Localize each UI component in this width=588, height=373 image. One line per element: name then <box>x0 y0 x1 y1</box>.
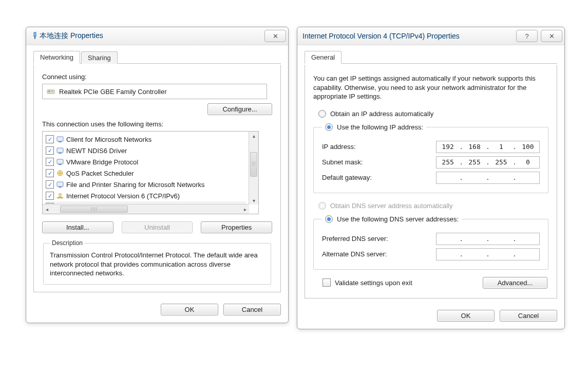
ip-separator: . <box>486 158 490 166</box>
ip-separator: . <box>459 250 463 258</box>
checkbox-icon[interactable]: ✓ <box>46 192 54 200</box>
titlebar[interactable]: Internet Protocol Version 4 (TCP/IPv4) P… <box>297 27 564 45</box>
items-listbox[interactable]: ✓Client for Microsoft Networks✓NEWT NDIS… <box>42 131 259 214</box>
list-item-label: QoS Packet Scheduler <box>66 170 134 177</box>
intro-text: You can get IP settings assigned automat… <box>313 74 548 101</box>
ip-address-field[interactable]: 192.168.1.100 <box>436 141 540 153</box>
ip-octet[interactable]: 168 <box>466 143 483 151</box>
properties-button[interactable]: Properties <box>201 221 272 233</box>
scroll-right-icon[interactable]: ▸ <box>241 205 249 213</box>
install-button[interactable]: Install... <box>42 221 113 233</box>
ok-button[interactable]: OK <box>437 310 495 322</box>
list-item[interactable]: ✓QoS Packet Scheduler <box>46 167 246 179</box>
close-button[interactable]: ✕ <box>264 30 286 42</box>
close-icon: ✕ <box>273 32 278 40</box>
default-gateway-field[interactable]: ... <box>436 172 540 184</box>
advanced-button[interactable]: Advanced... <box>483 277 547 289</box>
horizontal-scrollbar[interactable]: ◂ ▸ <box>43 204 249 214</box>
scrollbar-thumb[interactable] <box>250 152 257 177</box>
component-icon <box>56 169 64 177</box>
configure-button[interactable]: Configure... <box>207 103 272 115</box>
adapter-icon <box>31 32 40 40</box>
description-group: Description Transmission Control Protoco… <box>43 239 271 285</box>
checkbox-icon[interactable]: ✓ <box>46 146 54 155</box>
checkbox-icon[interactable]: ✓ <box>46 158 54 166</box>
tabstrip: General <box>305 50 557 64</box>
list-item-label: Internet Protocol Version 6 (TCP/IPv6) <box>66 192 180 200</box>
connection-properties-dialog: 本地连接 Properties ✕ Networking Sharing Con… <box>26 27 289 323</box>
tab-sharing[interactable]: Sharing <box>81 51 118 64</box>
cancel-button[interactable]: Cancel <box>500 310 557 322</box>
radio-icon <box>318 202 326 210</box>
connect-using-label: Connect using: <box>42 73 272 81</box>
svg-rect-13 <box>59 194 61 197</box>
networking-panel: Connect using: Realtek PCIe GBE Family C… <box>33 65 281 292</box>
default-gateway-label: Default gateway: <box>322 174 436 181</box>
ip-manual-group: Use the following IP address: IP address… <box>313 122 548 193</box>
ip-separator: . <box>513 235 517 243</box>
list-item-label: File and Printer Sharing for Microsoft N… <box>66 181 204 189</box>
ip-manual-radio[interactable]: Use the following IP address: <box>325 122 423 133</box>
ip-octet[interactable]: 0 <box>519 158 537 166</box>
uninstall-button: Uninstall <box>122 221 193 233</box>
ip-octet[interactable]: 255 <box>466 158 483 166</box>
list-item[interactable]: ✓Internet Protocol Version 6 (TCP/IPv6) <box>46 190 246 201</box>
list-item-label: Client for Microsoft Networks <box>66 136 151 143</box>
description-text: Transmission Control Protocol/Internet P… <box>50 251 264 278</box>
ip-separator: . <box>459 158 463 166</box>
items-label: This connection uses the following items… <box>42 120 272 128</box>
scroll-left-icon[interactable]: ◂ <box>43 205 51 213</box>
ip-octet[interactable]: 100 <box>519 143 537 151</box>
subnet-mask-label: Subnet mask: <box>322 158 436 166</box>
general-panel: You can get IP settings assigned automat… <box>305 65 557 299</box>
alternate-dns-field[interactable]: ... <box>436 248 540 260</box>
component-icon <box>56 135 64 143</box>
tabstrip: Networking Sharing <box>33 50 281 64</box>
scroll-up-icon[interactable]: ▴ <box>250 132 258 140</box>
svg-rect-4 <box>57 137 63 141</box>
ip-octet[interactable]: 1 <box>492 143 510 151</box>
svg-rect-7 <box>59 153 62 154</box>
ip-octet[interactable]: 255 <box>492 158 510 166</box>
tab-networking[interactable]: Networking <box>33 51 80 64</box>
vertical-scrollbar[interactable]: ▴ ▾ <box>249 132 258 204</box>
titlebar[interactable]: 本地连接 Properties ✕ <box>26 27 288 45</box>
ip-address-label: IP address: <box>322 143 436 151</box>
ip-octet[interactable]: 255 <box>439 158 457 166</box>
close-button[interactable]: ✕ <box>541 30 562 42</box>
svg-rect-8 <box>57 159 63 164</box>
list-item-label: VMware Bridge Protocol <box>66 158 138 166</box>
ok-button[interactable]: OK <box>161 304 218 315</box>
alternate-dns-label: Alternate DNS server: <box>322 250 436 258</box>
ip-separator: . <box>513 143 517 151</box>
preferred-dns-field[interactable]: ... <box>436 233 540 245</box>
component-icon <box>56 180 64 189</box>
hscrollbar-thumb[interactable] <box>60 206 128 213</box>
list-item[interactable]: ✓VMware Bridge Protocol <box>46 156 246 167</box>
subnet-mask-field[interactable]: 255.255.255.0 <box>436 156 540 169</box>
svg-point-2 <box>48 90 50 92</box>
validate-checkbox[interactable]: Validate settings upon exit <box>323 278 412 287</box>
cancel-button[interactable]: Cancel <box>223 304 281 315</box>
list-item[interactable]: ✓Client for Microsoft Networks <box>46 134 246 145</box>
checkbox-icon[interactable]: ✓ <box>46 180 54 189</box>
tab-general[interactable]: General <box>305 51 342 64</box>
scroll-down-icon[interactable]: ▾ <box>250 196 258 204</box>
dns-auto-radio: Obtain DNS server address automatically <box>318 200 551 212</box>
help-button[interactable]: ? <box>516 30 538 42</box>
ip-separator: . <box>513 250 517 258</box>
ip-separator: . <box>513 158 517 166</box>
dns-auto-label: Obtain DNS server address automatically <box>330 202 452 210</box>
list-item[interactable]: ✓NEWT NDIS6 Driver <box>46 145 246 156</box>
ip-separator: . <box>459 174 463 181</box>
ip-separator: . <box>486 235 490 243</box>
ip-octet[interactable]: 192 <box>439 143 457 151</box>
checkbox-icon[interactable]: ✓ <box>46 169 54 177</box>
svg-rect-6 <box>57 148 63 153</box>
dns-manual-radio[interactable]: Use the following DNS server addresses: <box>325 214 459 225</box>
ip-auto-radio[interactable]: Obtain an IP address automatically <box>318 108 551 120</box>
component-icon <box>56 158 64 166</box>
component-icon <box>56 192 64 200</box>
list-item[interactable]: ✓File and Printer Sharing for Microsoft … <box>46 179 246 190</box>
checkbox-icon[interactable]: ✓ <box>46 135 54 143</box>
